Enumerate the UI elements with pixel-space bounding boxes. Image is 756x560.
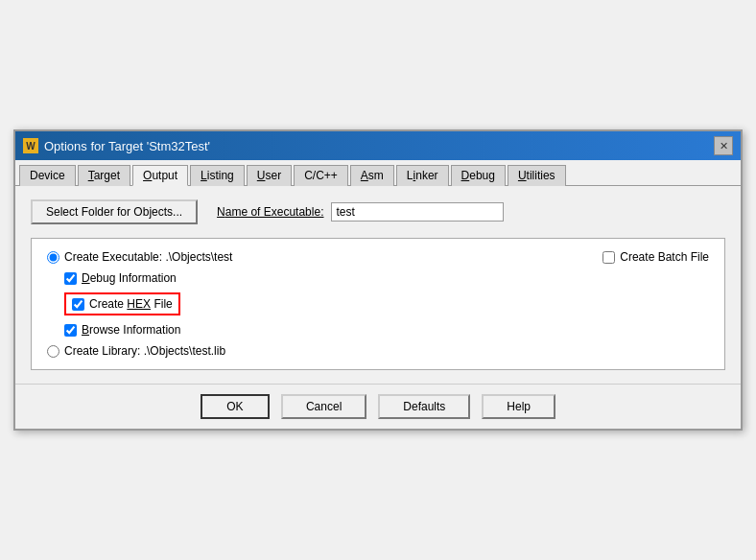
tab-bar: Device Target Output Listing User C/C++ … [15,160,741,186]
create-batch-checkbox[interactable] [602,251,615,264]
select-folder-button[interactable]: Select Folder for Objects... [31,199,198,224]
tab-output[interactable]: Output [132,165,188,186]
create-hex-highlight: Create HEX File [64,292,180,315]
create-hex-label[interactable]: Create HEX File [72,297,173,311]
browse-info-checkbox[interactable] [64,324,77,337]
create-hex-row: Create HEX File [64,292,709,315]
create-executable-radio-label[interactable]: Create Executable: .\Objects\test [47,250,232,264]
defaults-button[interactable]: Defaults [378,394,470,419]
tab-asm[interactable]: Asm [350,165,394,186]
ok-button[interactable]: OK [201,394,270,419]
tab-listing[interactable]: Listing [190,165,245,186]
create-batch-label[interactable]: Create Batch File [620,250,709,264]
window-title: Options for Target 'Stm32Test' [44,139,210,153]
close-button[interactable]: ✕ [714,136,733,155]
browse-info-row: Browse Information [64,323,709,337]
tab-device[interactable]: Device [19,165,76,186]
tab-utilities[interactable]: Utilities [508,165,566,186]
debug-info-label[interactable]: Debug Information [64,271,177,285]
create-library-row: Create Library: .\Objects\test.lib [47,344,709,358]
content-area: Select Folder for Objects... Name of Exe… [15,186,741,384]
cancel-button[interactable]: Cancel [281,394,366,419]
bottom-bar: OK Cancel Defaults Help [15,384,741,429]
help-button[interactable]: Help [482,394,555,419]
tab-user[interactable]: User [247,165,292,186]
create-library-radio[interactable] [47,345,59,358]
name-executable-group: Name of Executable: [217,202,504,222]
top-controls: Select Folder for Objects... Name of Exe… [31,199,725,224]
name-executable-input[interactable] [331,202,504,222]
tab-debug[interactable]: Debug [451,165,506,186]
name-executable-label: Name of Executable: [217,205,323,219]
create-hex-checkbox[interactable] [72,298,84,311]
create-executable-radio[interactable] [47,251,59,264]
debug-info-checkbox[interactable] [64,272,77,285]
browse-info-label[interactable]: Browse Information [64,323,180,337]
app-icon: W [23,138,38,153]
tab-cpp[interactable]: C/C++ [294,165,348,186]
tab-target[interactable]: Target [78,165,130,186]
tab-linker[interactable]: Linker [396,165,449,186]
debug-info-row: Debug Information [64,271,709,285]
title-bar: W Options for Target 'Stm32Test' ✕ [15,131,741,160]
options-group: Create Batch File Create Executable: .\O… [31,238,725,370]
main-window: W Options for Target 'Stm32Test' ✕ Devic… [13,129,743,431]
create-batch-group: Create Batch File [602,250,709,264]
create-library-radio-label[interactable]: Create Library: .\Objects\test.lib [47,344,225,358]
title-bar-left: W Options for Target 'Stm32Test' [23,138,210,153]
